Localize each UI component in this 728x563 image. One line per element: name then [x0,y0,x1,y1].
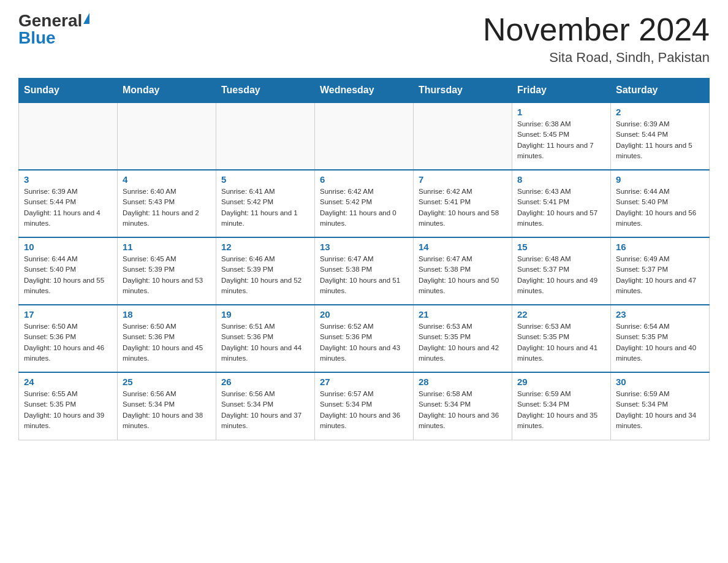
calendar-cell: 6Sunrise: 6:42 AM Sunset: 5:42 PM Daylig… [315,170,414,237]
week-row-3: 10Sunrise: 6:44 AM Sunset: 5:40 PM Dayli… [19,237,710,305]
week-row-5: 24Sunrise: 6:55 AM Sunset: 5:35 PM Dayli… [19,372,710,440]
logo: General Blue [18,12,89,47]
calendar-cell: 17Sunrise: 6:50 AM Sunset: 5:36 PM Dayli… [19,305,118,372]
day-info: Sunrise: 6:54 AM Sunset: 5:35 PM Dayligh… [616,321,704,364]
calendar-cell [315,102,414,170]
calendar-cell: 7Sunrise: 6:42 AM Sunset: 5:41 PM Daylig… [414,170,512,237]
day-number: 13 [320,242,408,252]
day-info: Sunrise: 6:51 AM Sunset: 5:36 PM Dayligh… [221,321,309,364]
calendar-cell [414,102,512,170]
day-number: 19 [221,309,309,320]
day-number: 9 [616,174,704,185]
day-info: Sunrise: 6:46 AM Sunset: 5:39 PM Dayligh… [221,254,309,296]
calendar-cell [19,102,118,170]
day-info: Sunrise: 6:59 AM Sunset: 5:34 PM Dayligh… [517,389,605,431]
calendar-cell: 3Sunrise: 6:39 AM Sunset: 5:44 PM Daylig… [19,170,118,237]
day-number: 28 [419,377,507,387]
calendar-cell: 15Sunrise: 6:48 AM Sunset: 5:37 PM Dayli… [512,237,611,305]
day-number: 20 [320,309,408,320]
weekday-header-tuesday: Tuesday [216,79,315,103]
day-info: Sunrise: 6:41 AM Sunset: 5:42 PM Dayligh… [221,186,309,229]
title-block: November 2024 Sita Road, Sindh, Pakistan [483,12,710,66]
day-number: 30 [616,377,704,387]
day-info: Sunrise: 6:49 AM Sunset: 5:37 PM Dayligh… [616,254,704,296]
day-number: 12 [221,242,309,252]
day-number: 14 [419,242,507,252]
day-number: 5 [221,174,309,185]
day-number: 6 [320,174,408,185]
logo-general-text: General [18,12,82,29]
day-number: 1 [517,107,605,117]
day-info: Sunrise: 6:53 AM Sunset: 5:35 PM Dayligh… [517,321,605,364]
day-number: 2 [616,107,704,117]
weekday-header-sunday: Sunday [19,79,118,103]
day-number: 16 [616,242,704,252]
day-number: 8 [517,174,605,185]
calendar-cell: 22Sunrise: 6:53 AM Sunset: 5:35 PM Dayli… [512,305,611,372]
day-info: Sunrise: 6:50 AM Sunset: 5:36 PM Dayligh… [123,321,211,364]
calendar-cell: 16Sunrise: 6:49 AM Sunset: 5:37 PM Dayli… [611,237,710,305]
day-number: 26 [221,377,309,387]
day-info: Sunrise: 6:47 AM Sunset: 5:38 PM Dayligh… [320,254,408,296]
calendar-cell: 21Sunrise: 6:53 AM Sunset: 5:35 PM Dayli… [414,305,512,372]
day-number: 15 [517,242,605,252]
calendar-cell: 28Sunrise: 6:58 AM Sunset: 5:34 PM Dayli… [414,372,512,440]
calendar-cell [216,102,315,170]
day-info: Sunrise: 6:50 AM Sunset: 5:36 PM Dayligh… [24,321,112,364]
weekday-header-monday: Monday [118,79,216,103]
calendar-cell: 9Sunrise: 6:44 AM Sunset: 5:40 PM Daylig… [611,170,710,237]
day-number: 22 [517,309,605,320]
day-info: Sunrise: 6:52 AM Sunset: 5:36 PM Dayligh… [320,321,408,364]
logo-triangle-icon [83,13,89,24]
calendar-cell: 12Sunrise: 6:46 AM Sunset: 5:39 PM Dayli… [216,237,315,305]
calendar-cell: 24Sunrise: 6:55 AM Sunset: 5:35 PM Dayli… [19,372,118,440]
calendar-cell: 29Sunrise: 6:59 AM Sunset: 5:34 PM Dayli… [512,372,611,440]
calendar-cell: 27Sunrise: 6:57 AM Sunset: 5:34 PM Dayli… [315,372,414,440]
week-row-1: 1Sunrise: 6:38 AM Sunset: 5:45 PM Daylig… [19,102,710,170]
logo-blue-text: Blue [18,29,56,47]
day-number: 3 [24,174,112,185]
calendar-cell: 5Sunrise: 6:41 AM Sunset: 5:42 PM Daylig… [216,170,315,237]
day-info: Sunrise: 6:56 AM Sunset: 5:34 PM Dayligh… [123,389,211,431]
day-number: 25 [123,377,211,387]
day-info: Sunrise: 6:47 AM Sunset: 5:38 PM Dayligh… [419,254,507,296]
day-info: Sunrise: 6:57 AM Sunset: 5:34 PM Dayligh… [320,389,408,431]
calendar-cell: 8Sunrise: 6:43 AM Sunset: 5:41 PM Daylig… [512,170,611,237]
calendar-cell: 19Sunrise: 6:51 AM Sunset: 5:36 PM Dayli… [216,305,315,372]
calendar-cell: 23Sunrise: 6:54 AM Sunset: 5:35 PM Dayli… [611,305,710,372]
day-info: Sunrise: 6:56 AM Sunset: 5:34 PM Dayligh… [221,389,309,431]
day-number: 27 [320,377,408,387]
location-subtitle: Sita Road, Sindh, Pakistan [483,50,710,66]
calendar-cell: 25Sunrise: 6:56 AM Sunset: 5:34 PM Dayli… [118,372,216,440]
weekday-header-saturday: Saturday [611,79,710,103]
calendar-cell: 18Sunrise: 6:50 AM Sunset: 5:36 PM Dayli… [118,305,216,372]
calendar-cell: 10Sunrise: 6:44 AM Sunset: 5:40 PM Dayli… [19,237,118,305]
day-info: Sunrise: 6:55 AM Sunset: 5:35 PM Dayligh… [24,389,112,431]
weekday-header-thursday: Thursday [414,79,512,103]
day-number: 21 [419,309,507,320]
day-info: Sunrise: 6:43 AM Sunset: 5:41 PM Dayligh… [517,186,605,229]
calendar-table: SundayMondayTuesdayWednesdayThursdayFrid… [18,78,710,440]
weekday-header-row: SundayMondayTuesdayWednesdayThursdayFrid… [19,79,710,103]
calendar-cell: 4Sunrise: 6:40 AM Sunset: 5:43 PM Daylig… [118,170,216,237]
calendar-cell [118,102,216,170]
month-title: November 2024 [483,12,710,47]
day-info: Sunrise: 6:53 AM Sunset: 5:35 PM Dayligh… [419,321,507,364]
day-info: Sunrise: 6:39 AM Sunset: 5:44 PM Dayligh… [24,186,112,229]
calendar-cell: 20Sunrise: 6:52 AM Sunset: 5:36 PM Dayli… [315,305,414,372]
week-row-2: 3Sunrise: 6:39 AM Sunset: 5:44 PM Daylig… [19,170,710,237]
day-info: Sunrise: 6:59 AM Sunset: 5:34 PM Dayligh… [616,389,704,431]
day-info: Sunrise: 6:39 AM Sunset: 5:44 PM Dayligh… [616,119,704,161]
weekday-header-wednesday: Wednesday [315,79,414,103]
day-number: 29 [517,377,605,387]
day-info: Sunrise: 6:40 AM Sunset: 5:43 PM Dayligh… [123,186,211,229]
day-info: Sunrise: 6:42 AM Sunset: 5:42 PM Dayligh… [320,186,408,229]
calendar-cell: 26Sunrise: 6:56 AM Sunset: 5:34 PM Dayli… [216,372,315,440]
day-number: 10 [24,242,112,252]
week-row-4: 17Sunrise: 6:50 AM Sunset: 5:36 PM Dayli… [19,305,710,372]
day-number: 17 [24,309,112,320]
calendar-cell: 30Sunrise: 6:59 AM Sunset: 5:34 PM Dayli… [611,372,710,440]
calendar-cell: 11Sunrise: 6:45 AM Sunset: 5:39 PM Dayli… [118,237,216,305]
page-header: General Blue November 2024 Sita Road, Si… [18,12,710,66]
day-number: 7 [419,174,507,185]
